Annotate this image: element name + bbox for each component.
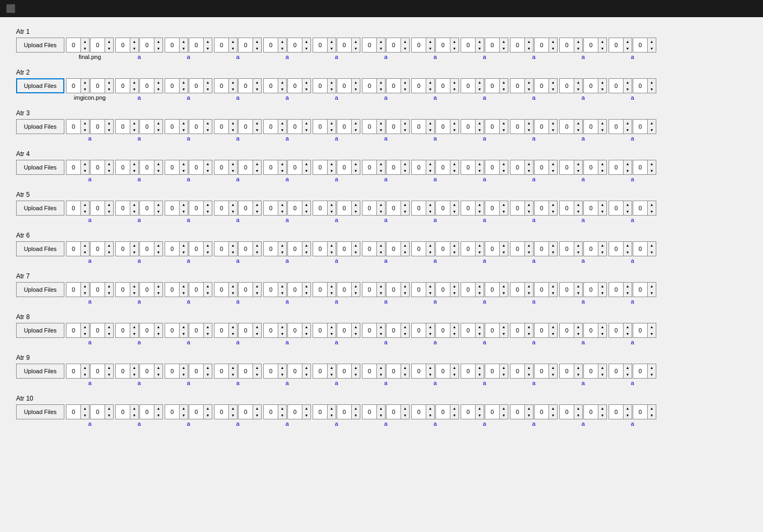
spinner-down-arrow[interactable]: ▼ (81, 412, 89, 419)
spinner-up-arrow[interactable]: ▲ (302, 242, 310, 249)
spinner-down-arrow[interactable]: ▼ (105, 249, 113, 256)
spinner-down-arrow[interactable]: ▼ (549, 86, 557, 93)
spinner-up-arrow[interactable]: ▲ (352, 364, 360, 371)
close-button[interactable] (732, 0, 757, 17)
spinner-down-arrow[interactable]: ▼ (180, 208, 188, 215)
spinner-down-arrow[interactable]: ▼ (476, 167, 484, 174)
spinner-up-arrow[interactable]: ▲ (180, 242, 188, 249)
spinner-input[interactable]: 0 (609, 364, 624, 379)
spinner-up-arrow[interactable]: ▲ (525, 242, 533, 249)
spinner-input[interactable]: 0 (609, 38, 624, 53)
spinner-input[interactable]: 0 (386, 241, 401, 256)
spinner-up-arrow[interactable]: ▲ (426, 364, 434, 371)
spinner-up-arrow[interactable]: ▲ (105, 38, 113, 45)
spinner-down-arrow[interactable]: ▼ (377, 290, 385, 297)
spinner-up-arrow[interactable]: ▲ (525, 283, 533, 290)
spinner-up-arrow[interactable]: ▲ (81, 38, 89, 45)
spinner-up-arrow[interactable]: ▲ (328, 242, 336, 249)
spinner-up-arrow[interactable]: ▲ (624, 120, 632, 127)
spinner-up-arrow[interactable]: ▲ (302, 79, 310, 86)
spinner-up-arrow[interactable]: ▲ (450, 323, 458, 330)
spinner-input[interactable]: 0 (337, 404, 352, 419)
spinner-up-arrow[interactable]: ▲ (476, 364, 484, 371)
spinner-up-arrow[interactable]: ▲ (450, 120, 458, 127)
spinner-up-arrow[interactable]: ▲ (253, 405, 261, 412)
spinner-up-arrow[interactable]: ▲ (229, 323, 237, 330)
spinner-down-arrow[interactable]: ▼ (450, 127, 458, 134)
spinner-up-arrow[interactable]: ▲ (624, 242, 632, 249)
spinner-down-arrow[interactable]: ▼ (401, 208, 409, 215)
spinner-input[interactable]: 0 (435, 119, 450, 134)
spinner-up-arrow[interactable]: ▲ (253, 283, 261, 290)
spinner-up-arrow[interactable]: ▲ (278, 160, 286, 167)
spinner-up-arrow[interactable]: ▲ (352, 283, 360, 290)
spinner-down-arrow[interactable]: ▼ (302, 371, 310, 378)
spinner-input[interactable]: 0 (559, 364, 574, 379)
spinner-up-arrow[interactable]: ▲ (377, 323, 385, 330)
spinner-down-arrow[interactable]: ▼ (574, 249, 582, 256)
spinner-up-arrow[interactable]: ▲ (352, 38, 360, 45)
spinner-input[interactable]: 0 (559, 160, 574, 175)
spinner-input[interactable]: 0 (559, 119, 574, 134)
spinner-input[interactable]: 0 (189, 119, 204, 134)
spinner-input[interactable]: 0 (583, 404, 598, 419)
spinner-input[interactable]: 0 (313, 38, 328, 53)
upload-files-button[interactable]: Upload Files (16, 282, 64, 297)
spinner-up-arrow[interactable]: ▲ (154, 405, 162, 412)
spinner-input[interactable]: 0 (485, 160, 500, 175)
spinner-input[interactable]: 0 (435, 364, 450, 379)
spinner-up-arrow[interactable]: ▲ (377, 405, 385, 412)
spinner-down-arrow[interactable]: ▼ (549, 330, 557, 337)
spinner-up-arrow[interactable]: ▲ (229, 160, 237, 167)
spinner-down-arrow[interactable]: ▼ (204, 167, 212, 174)
spinner-down-arrow[interactable]: ▼ (450, 45, 458, 52)
spinner-up-arrow[interactable]: ▲ (377, 283, 385, 290)
spinner-down-arrow[interactable]: ▼ (278, 45, 286, 52)
spinner-input[interactable]: 0 (534, 78, 549, 93)
spinner-down-arrow[interactable]: ▼ (401, 371, 409, 378)
spinner-down-arrow[interactable]: ▼ (525, 249, 533, 256)
spinner-up-arrow[interactable]: ▲ (278, 323, 286, 330)
spinner-down-arrow[interactable]: ▼ (352, 45, 360, 52)
spinner-up-arrow[interactable]: ▲ (154, 364, 162, 371)
spinner-down-arrow[interactable]: ▼ (229, 167, 237, 174)
spinner-input[interactable]: 0 (189, 160, 204, 175)
spinner-input[interactable]: 0 (287, 282, 302, 297)
spinner-up-arrow[interactable]: ▲ (426, 120, 434, 127)
spinner-input[interactable]: 0 (510, 323, 525, 338)
spinner-input[interactable]: 0 (90, 364, 105, 379)
spinner-down-arrow[interactable]: ▼ (500, 412, 508, 419)
spinner-input[interactable]: 0 (534, 364, 549, 379)
spinner-up-arrow[interactable]: ▲ (204, 79, 212, 86)
spinner-input[interactable]: 0 (386, 78, 401, 93)
spinner-input[interactable]: 0 (66, 241, 81, 256)
spinner-up-arrow[interactable]: ▲ (574, 201, 582, 208)
spinner-up-arrow[interactable]: ▲ (525, 79, 533, 86)
spinner-up-arrow[interactable]: ▲ (525, 120, 533, 127)
spinner-input[interactable]: 0 (510, 282, 525, 297)
spinner-input[interactable]: 0 (189, 241, 204, 256)
spinner-down-arrow[interactable]: ▼ (154, 371, 162, 378)
spinner-input[interactable]: 0 (510, 364, 525, 379)
spinner-input[interactable]: 0 (139, 323, 154, 338)
spinner-down-arrow[interactable]: ▼ (648, 208, 656, 215)
spinner-up-arrow[interactable]: ▲ (204, 242, 212, 249)
spinner-up-arrow[interactable]: ▲ (598, 323, 606, 330)
spinner-down-arrow[interactable]: ▼ (302, 167, 310, 174)
spinner-input[interactable]: 0 (559, 78, 574, 93)
spinner-input[interactable]: 0 (362, 364, 377, 379)
spinner-input[interactable]: 0 (362, 160, 377, 175)
spinner-down-arrow[interactable]: ▼ (328, 127, 336, 134)
spinner-input[interactable]: 0 (534, 404, 549, 419)
spinner-up-arrow[interactable]: ▲ (328, 38, 336, 45)
spinner-input[interactable]: 0 (510, 201, 525, 216)
spinner-down-arrow[interactable]: ▼ (328, 330, 336, 337)
spinner-up-arrow[interactable]: ▲ (81, 283, 89, 290)
spinner-down-arrow[interactable]: ▼ (81, 127, 89, 134)
spinner-input[interactable]: 0 (139, 364, 154, 379)
spinner-down-arrow[interactable]: ▼ (500, 167, 508, 174)
spinner-input[interactable]: 0 (337, 282, 352, 297)
spinner-input[interactable]: 0 (66, 282, 81, 297)
spinner-input[interactable]: 0 (485, 119, 500, 134)
spinner-input[interactable]: 0 (609, 160, 624, 175)
